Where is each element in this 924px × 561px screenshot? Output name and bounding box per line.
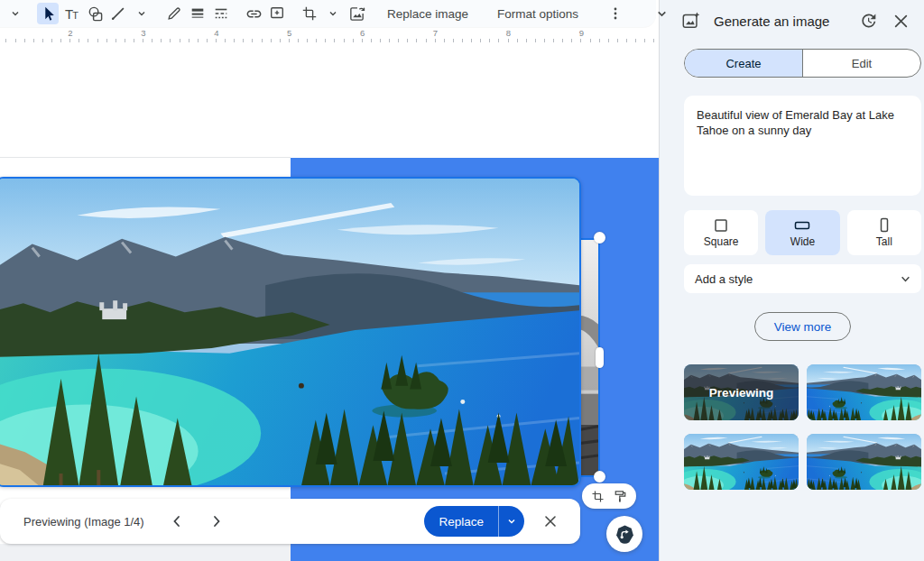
wide-aspect-icon	[794, 218, 810, 233]
slide-canvas: Previewing (Image 1/4) Replace	[0, 42, 659, 561]
toolbar: TT	[0, 0, 656, 27]
selection-handle-top[interactable]	[594, 232, 605, 244]
panel-title: Generate an image	[714, 14, 855, 29]
lake-tahoe-preview-art	[0, 179, 579, 485]
text-tool-button[interactable]: TT	[60, 3, 82, 24]
assistant-button[interactable]	[606, 516, 642, 552]
previewing-overlay: Previewing	[684, 364, 799, 420]
line-tool-button[interactable]	[107, 3, 129, 24]
thumbnail-4[interactable]	[807, 434, 921, 490]
panel-header: Generate an image	[660, 0, 924, 33]
generate-image-icon	[681, 11, 701, 31]
mode-tabs: Create Edit	[684, 49, 921, 78]
replace-image-icon-button[interactable]	[346, 3, 367, 24]
image-quick-toolbar	[582, 483, 636, 509]
crop-icon[interactable]	[591, 490, 605, 503]
previous-image-button[interactable]	[164, 509, 189, 534]
collapse-toolbar-button[interactable]	[651, 3, 672, 24]
replace-image-button[interactable]: Replace image	[377, 2, 478, 25]
toolbar-overflow-caret-icon[interactable]	[5, 3, 26, 24]
crop-tool-button[interactable]	[299, 3, 320, 24]
replace-button[interactable]: Replace	[424, 506, 498, 537]
replace-split-button: Replace	[424, 506, 524, 537]
pencil-tool-button[interactable]	[163, 3, 185, 24]
panel-content: Create Edit Beautiful view of Emerald Ba…	[660, 49, 924, 490]
selection-handle-bottom[interactable]	[594, 471, 605, 483]
shape-tool-button[interactable]	[84, 3, 106, 24]
crop-tool-caret-icon[interactable]	[322, 3, 344, 24]
preview-bar: Previewing (Image 1/4) Replace	[0, 499, 580, 544]
line-tool-caret-icon[interactable]	[131, 3, 152, 24]
thumbnail-2[interactable]	[807, 364, 921, 420]
canvas-bottom-strip	[0, 544, 291, 561]
close-icon	[893, 14, 909, 29]
aspect-ratio-options: Square Wide Tall	[684, 210, 921, 255]
thumbnail-1[interactable]: Previewing	[684, 364, 799, 420]
insert-comment-button[interactable]	[266, 3, 288, 24]
square-aspect-icon	[714, 218, 728, 233]
assistant-icon	[614, 524, 635, 545]
preview-status: Previewing (Image 1/4)	[23, 515, 144, 529]
tall-aspect-icon	[877, 217, 892, 233]
format-options-button[interactable]: Format options	[487, 2, 588, 25]
close-panel-button[interactable]	[888, 8, 913, 33]
history-button[interactable]	[855, 8, 881, 33]
ruler: 23456789	[0, 27, 656, 42]
chevron-down-icon	[901, 274, 910, 284]
history-icon	[859, 12, 877, 30]
aspect-square-button[interactable]: Square	[684, 210, 758, 255]
paint-format-icon[interactable]	[614, 490, 627, 503]
close-preview-button[interactable]	[537, 508, 564, 535]
next-image-button[interactable]	[204, 509, 229, 534]
aspect-tall-button[interactable]: Tall	[847, 210, 921, 255]
thumbnail-3[interactable]	[684, 434, 799, 490]
tab-edit[interactable]: Edit	[802, 50, 920, 77]
replace-dropdown-button[interactable]	[499, 506, 524, 537]
border-dash-button[interactable]	[210, 3, 232, 24]
insert-link-button[interactable]	[243, 3, 264, 24]
select-tool-button[interactable]	[37, 3, 59, 24]
preview-image[interactable]	[0, 177, 581, 487]
more-options-button[interactable]	[605, 3, 626, 24]
view-more-button[interactable]: View more	[754, 312, 852, 341]
prompt-input[interactable]: Beautiful view of Emerald Bay at Lake Ta…	[684, 96, 921, 196]
aspect-wide-button[interactable]: Wide	[765, 210, 839, 255]
generated-thumbnails: Previewing	[684, 364, 921, 490]
selection-handle-middle[interactable]	[596, 347, 604, 368]
add-style-dropdown[interactable]: Add a style	[684, 264, 921, 293]
app-window: TT	[0, 0, 924, 561]
border-weight-button[interactable]	[187, 3, 208, 24]
slide-top-edge	[0, 157, 291, 158]
generate-image-panel: Generate an image Create Edit Beautiful …	[659, 0, 924, 561]
tab-create[interactable]: Create	[685, 50, 802, 77]
